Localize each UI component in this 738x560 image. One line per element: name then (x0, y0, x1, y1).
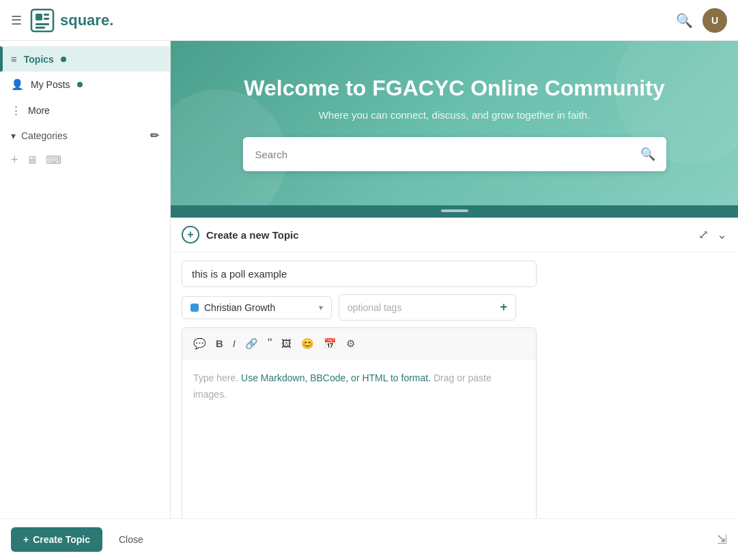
categories-header-left: ▾ Categories (11, 130, 68, 141)
search-button[interactable]: 🔍 (629, 137, 666, 171)
toolbar-image-btn[interactable]: 🖼 (277, 335, 296, 352)
edit-icon[interactable]: ✏ (150, 129, 159, 142)
monitor-icon[interactable]: 🖥 (27, 154, 38, 166)
chevron-down-icon: ▾ (11, 130, 16, 141)
svg-rect-5 (36, 27, 45, 29)
tags-placeholder: optional tags (347, 302, 500, 313)
sidebar-bottom-icons: + 🖥 ⌨ (0, 147, 170, 173)
editor-toolbar: 💬 B I 🔗 " 🖼 😊 📅 ⚙ (182, 328, 536, 359)
layout: ≡ Topics 👤 My Posts ⋮ More ▾ Categories … (0, 41, 738, 560)
search-input[interactable] (243, 139, 629, 170)
header: ☰ square. 🔍 U (0, 0, 738, 41)
toolbar-bold-btn[interactable]: B (212, 335, 227, 352)
category-label: Christian Growth (204, 302, 313, 313)
editor-placeholder: Type here. Use Markdown, BBCode, or HTML… (193, 370, 525, 403)
topics-icon: ≡ (11, 53, 17, 65)
categories-section[interactable]: ▾ Categories ✏ (0, 123, 170, 147)
my-posts-dot (77, 82, 83, 87)
sidebar-item-label: My Posts (31, 79, 70, 90)
composer-header-right: ⤢ ⌄ (698, 227, 727, 242)
sidebar-item-topics[interactable]: ≡ Topics (0, 46, 170, 72)
hamburger-icon[interactable]: ☰ (11, 13, 22, 28)
toolbar-date-btn[interactable]: 📅 (320, 335, 341, 353)
composer-header-left: + Create a new Topic (182, 226, 299, 244)
category-color-dot (190, 304, 199, 312)
sidebar-item-label: Topics (24, 54, 54, 65)
my-posts-icon: 👤 (11, 78, 24, 91)
drag-handle[interactable] (171, 205, 738, 216)
hero-title: Welcome to FGACYC Online Community (198, 75, 711, 101)
svg-rect-3 (44, 18, 49, 20)
tags-input[interactable]: optional tags + (339, 294, 516, 321)
footer-right: ⇲ (717, 532, 727, 547)
create-topic-button[interactable]: + Create Topic (11, 527, 102, 552)
hero-search: 🔍 (243, 137, 666, 171)
toolbar-blockquote-btn[interactable]: " (264, 334, 276, 353)
composer-add-icon[interactable]: + (182, 226, 199, 244)
composer-header: + Create a new Topic ⤢ ⌄ (171, 218, 738, 252)
header-right: 🔍 U (676, 8, 727, 33)
search-icon: 🔍 (640, 147, 655, 161)
sidebar-item-more[interactable]: ⋮ More (0, 98, 170, 123)
composer: + Create a new Topic ⤢ ⌄ Christian Growt… (171, 216, 738, 559)
markdown-link[interactable]: Use Markdown, BBCode, or HTML to format. (241, 372, 431, 383)
logo-icon (30, 8, 55, 33)
toolbar-speech-btn[interactable]: 💬 (189, 335, 210, 353)
chevron-down-icon: ▾ (319, 303, 323, 312)
toolbar-link-btn[interactable]: 🔗 (241, 335, 262, 353)
expand-button[interactable]: ⤢ (698, 227, 709, 242)
sidebar-item-my-posts[interactable]: 👤 My Posts (0, 72, 170, 98)
hero-subtitle: Where you can connect, discuss, and grow… (198, 109, 711, 121)
main-content: Welcome to FGACYC Online Community Where… (171, 41, 738, 560)
svg-rect-1 (36, 14, 42, 20)
composer-meta-row: Christian Growth ▾ optional tags + (182, 294, 727, 321)
logo[interactable]: square. (30, 8, 113, 33)
tags-add-icon: + (500, 300, 507, 314)
active-bar (0, 46, 3, 72)
footer-collapse-button[interactable]: ⇲ (717, 532, 727, 547)
add-icon[interactable]: + (11, 153, 18, 167)
collapse-button[interactable]: ⌄ (717, 227, 727, 242)
toolbar-emoji-btn[interactable]: 😊 (297, 335, 318, 353)
keyboard-icon[interactable]: ⌨ (46, 153, 61, 166)
create-topic-label: Create Topic (33, 534, 90, 545)
more-icon: ⋮ (11, 104, 21, 117)
category-select[interactable]: Christian Growth ▾ (182, 296, 332, 319)
composer-footer: + Create Topic Close ⇲ (0, 518, 738, 560)
avatar[interactable]: U (702, 8, 727, 33)
create-topic-plus-icon: + (23, 534, 29, 545)
categories-header-right: ✏ (150, 129, 159, 142)
toolbar-settings-btn[interactable]: ⚙ (342, 335, 359, 353)
svg-rect-4 (36, 23, 49, 25)
sidebar-item-label: More (28, 105, 50, 116)
sidebar: ≡ Topics 👤 My Posts ⋮ More ▾ Categories … (0, 41, 171, 560)
header-left: ☰ square. (11, 8, 113, 33)
topic-title-input[interactable] (182, 261, 537, 287)
svg-rect-2 (44, 14, 49, 16)
footer-left: + Create Topic Close (11, 527, 152, 552)
composer-title: Create a new Topic (206, 229, 299, 241)
composer-body: Christian Growth ▾ optional tags + 💬 B I… (171, 252, 738, 559)
logo-text: square. (60, 12, 113, 29)
search-icon-header[interactable]: 🔍 (676, 12, 693, 29)
toolbar-italic-btn[interactable]: I (229, 335, 240, 352)
hero-section: Welcome to FGACYC Online Community Where… (171, 41, 738, 205)
categories-label: Categories (21, 130, 68, 141)
drag-handle-bar (441, 209, 468, 212)
topics-dot (61, 57, 66, 62)
close-button[interactable]: Close (111, 527, 152, 552)
